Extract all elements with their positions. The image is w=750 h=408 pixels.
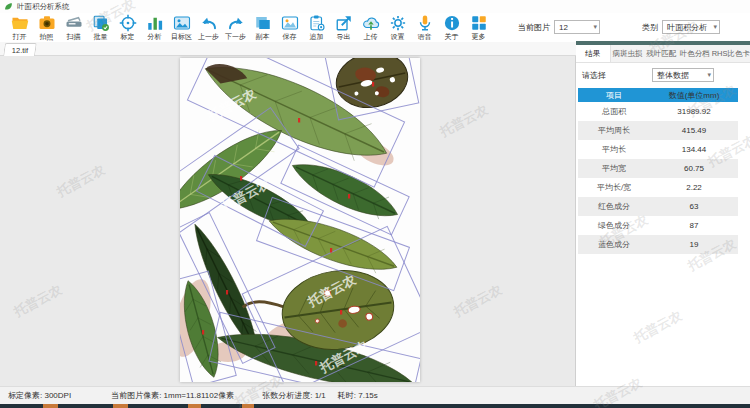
document-tab[interactable]: 12.tif bbox=[3, 43, 37, 56]
open-button[interactable]: 打开 bbox=[6, 14, 33, 41]
toolbar-button-label: 导出 bbox=[337, 33, 351, 41]
toolbar-button-label: 分析 bbox=[148, 33, 162, 41]
main-toolbar: 打开拍照扫描批量标定分析目标区上一步下一步副本保存追加导出上传设置语音关于更多 … bbox=[0, 13, 750, 42]
toolbar-button-label: 标定 bbox=[121, 33, 135, 41]
title-bar: 叶面积分析系统 bbox=[0, 0, 750, 13]
toolbar-button-label: 拍照 bbox=[40, 33, 54, 41]
results-table-header: 项目 数值(单位mm) bbox=[578, 88, 738, 102]
target-area-button[interactable]: 目标区 bbox=[168, 14, 195, 41]
toolbar-combos: 当前图片 12 ▾ 类别 叶面积分析 ▾ bbox=[518, 14, 720, 40]
toolbar-button-label: 下一步 bbox=[225, 33, 246, 41]
tab-leaf-color-grade[interactable]: 叶色分档 bbox=[678, 45, 712, 62]
category-value: 叶面积分析 bbox=[667, 22, 707, 33]
tab-residual-leaf-match[interactable]: 残叶匹配 bbox=[644, 45, 678, 62]
document-tabstrip: 12.tif bbox=[0, 42, 576, 56]
toolbar-button-label: 副本 bbox=[256, 33, 270, 41]
append-button[interactable]: 追加 bbox=[303, 14, 330, 41]
settings-button[interactable]: 设置 bbox=[384, 14, 411, 41]
app-leaf-logo-icon bbox=[4, 2, 13, 11]
chevron-down-icon: ▾ bbox=[713, 23, 717, 31]
analyze-button[interactable]: 分析 bbox=[141, 14, 168, 41]
current-image-select[interactable]: 12 ▾ bbox=[554, 20, 600, 34]
image-canvas[interactable] bbox=[0, 56, 576, 386]
toolbar-button-label: 保存 bbox=[283, 33, 297, 41]
clipboard-gear-icon bbox=[308, 14, 326, 32]
toolbar-button-label: 上一步 bbox=[198, 33, 219, 41]
status-item: 张数分析进度: 1/1 bbox=[262, 390, 326, 401]
table-row: 总面积31989.92 bbox=[578, 102, 738, 121]
row-item: 绿色成分 bbox=[578, 220, 650, 231]
tab-results[interactable]: 结果 bbox=[576, 45, 611, 62]
taskbar-edge-strip bbox=[0, 404, 750, 408]
toolbar-button-label: 批量 bbox=[94, 33, 108, 41]
toolbar-button-label: 更多 bbox=[472, 33, 486, 41]
microphone-icon bbox=[416, 14, 434, 32]
row-value: 87 bbox=[650, 221, 738, 230]
toolbar-button-label: 目标区 bbox=[171, 33, 192, 41]
row-item: 平均宽 bbox=[578, 163, 650, 174]
info-icon bbox=[443, 14, 461, 32]
toolbar-button-label: 设置 bbox=[391, 33, 405, 41]
grid-more-icon bbox=[470, 14, 488, 32]
current-image-value: 12 bbox=[559, 23, 568, 32]
toolbar-button-label: 扫描 bbox=[67, 33, 81, 41]
data-scope-value: 整体数据 bbox=[657, 70, 689, 81]
status-item: 当前图片像素: 1mm=11.81102像素 bbox=[111, 390, 234, 401]
status-item: 标定像素: 300DPI bbox=[8, 390, 71, 401]
batch-copy-icon bbox=[92, 14, 110, 32]
save-button[interactable]: 保存 bbox=[276, 14, 303, 41]
analyzed-leaf-image[interactable] bbox=[180, 58, 420, 382]
folder-open-icon bbox=[11, 14, 29, 32]
category-select[interactable]: 叶面积分析 ▾ bbox=[662, 20, 720, 34]
current-image-label: 当前图片 bbox=[518, 22, 550, 33]
calibrate-button[interactable]: 标定 bbox=[114, 14, 141, 41]
save-photo-icon bbox=[281, 14, 299, 32]
about-button[interactable]: 关于 bbox=[438, 14, 465, 41]
table-row: 绿色成分87 bbox=[578, 216, 738, 235]
header-item: 项目 bbox=[578, 90, 650, 101]
scan-button[interactable]: 扫描 bbox=[60, 14, 87, 41]
cloud-upload-icon bbox=[362, 14, 380, 32]
gear-icon bbox=[389, 14, 407, 32]
row-item: 蓝色成分 bbox=[578, 239, 650, 250]
upload-button[interactable]: 上传 bbox=[357, 14, 384, 41]
camera-icon bbox=[38, 14, 56, 32]
table-row: 平均长134.44 bbox=[578, 140, 738, 159]
export-arrow-icon bbox=[335, 14, 353, 32]
duplicate-button[interactable]: 副本 bbox=[249, 14, 276, 41]
status-item: 耗时: 7.15s bbox=[338, 390, 378, 401]
voice-button[interactable]: 语音 bbox=[411, 14, 438, 41]
leaf-photo-with-bounding-boxes bbox=[180, 58, 420, 382]
table-row: 平均长/宽2.22 bbox=[578, 178, 738, 197]
next-step-button[interactable]: 下一步 bbox=[222, 14, 249, 41]
toolbar-buttons: 打开拍照扫描批量标定分析目标区上一步下一步副本保存追加导出上传设置语音关于更多 bbox=[6, 14, 492, 41]
copy-icon bbox=[254, 14, 272, 32]
tab-rhs-color-card[interactable]: RHS比色卡 bbox=[712, 45, 750, 62]
data-scope-select[interactable]: 整体数据 ▾ bbox=[652, 68, 714, 82]
status-bar: 标定像素: 300DPI当前图片像素: 1mm=11.81102像素张数分析进度… bbox=[0, 386, 750, 404]
more-button[interactable]: 更多 bbox=[465, 14, 492, 41]
prev-step-button[interactable]: 上一步 bbox=[195, 14, 222, 41]
row-value: 19 bbox=[650, 240, 738, 249]
results-tabs: 结果病斑虫损残叶匹配叶色分档RHS比色卡 bbox=[576, 45, 750, 63]
batch-button[interactable]: 批量 bbox=[87, 14, 114, 41]
table-row: 红色成分63 bbox=[578, 197, 738, 216]
toolbar-button-label: 语音 bbox=[418, 33, 432, 41]
table-row: 平均宽60.75 bbox=[578, 159, 738, 178]
capture-button[interactable]: 拍照 bbox=[33, 14, 60, 41]
row-value: 134.44 bbox=[650, 145, 738, 154]
table-row: 蓝色成分19 bbox=[578, 235, 738, 254]
data-scope-row: 请选择 整体数据 ▾ bbox=[576, 63, 750, 87]
select-label: 请选择 bbox=[582, 70, 606, 81]
tab-disease-damage[interactable]: 病斑虫损 bbox=[611, 45, 645, 62]
export-button[interactable]: 导出 bbox=[330, 14, 357, 41]
toolbar-button-label: 上传 bbox=[364, 33, 378, 41]
table-row: 平均周长415.49 bbox=[578, 121, 738, 140]
row-item: 平均长 bbox=[578, 144, 650, 155]
results-table: 项目 数值(单位mm) 总面积31989.92平均周长415.49平均长134.… bbox=[578, 88, 738, 254]
undo-arrow-icon bbox=[200, 14, 218, 32]
row-item: 红色成分 bbox=[578, 201, 650, 212]
scanner-icon bbox=[65, 14, 83, 32]
category-label: 类别 bbox=[642, 22, 658, 33]
row-value: 31989.92 bbox=[650, 107, 738, 116]
